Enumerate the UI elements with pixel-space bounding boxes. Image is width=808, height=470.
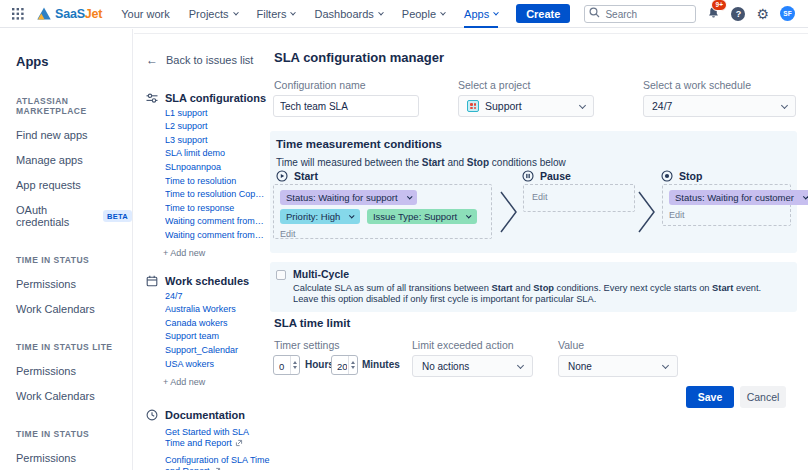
edit-start-conditions-link[interactable]: Edit — [280, 229, 485, 239]
timer-settings-label: Timer settings — [274, 339, 340, 351]
chevron-down-icon — [291, 9, 297, 15]
sla-config-link[interactable]: SLA limit demo — [165, 149, 265, 158]
flow-arrow-icon — [498, 189, 520, 235]
nav-item-projects[interactable]: Projects — [189, 0, 238, 28]
hours-input[interactable] — [274, 358, 289, 376]
work-schedule-link[interactable]: USA wokers — [165, 360, 265, 369]
project-select[interactable]: Support — [458, 95, 594, 117]
sla-config-link[interactable]: SLnpoannpoa — [165, 163, 265, 172]
work-schedule-link[interactable]: Australia Workers — [165, 305, 265, 314]
chevron-down-icon — [440, 9, 446, 15]
time-measurement-conditions-panel: Time measurement conditions Time will me… — [270, 131, 797, 253]
notifications-bell-icon[interactable]: 9+ — [707, 5, 720, 23]
condition-chip-issue-type[interactable]: Issue Type: Support — [367, 209, 477, 224]
sidebar-item-app-requests[interactable]: App requests — [16, 179, 132, 191]
documentation-header: Documentation — [146, 409, 270, 421]
sla-config-link[interactable]: Time to resolution — [165, 177, 265, 186]
cancel-button[interactable]: Cancel — [740, 386, 786, 408]
stepper-arrows[interactable] — [290, 356, 299, 374]
stop-condition-header: Stop — [661, 170, 702, 182]
configuration-name-input[interactable] — [273, 95, 419, 117]
work-schedule-select[interactable]: 24/7 — [643, 95, 796, 117]
condition-chip-status[interactable]: Status: Waiting for customer — [669, 190, 808, 205]
stepper-down-icon[interactable] — [351, 366, 355, 369]
chevron-down-icon — [466, 213, 471, 218]
sla-config-link[interactable]: Time to resolution Copy - 1 — [165, 190, 265, 199]
condition-chip-status[interactable]: Status: Waiting for support — [280, 190, 417, 205]
multi-cycle-checkbox[interactable] — [276, 270, 286, 280]
pause-conditions-box: Edit — [523, 184, 635, 212]
value-select[interactable]: None — [558, 355, 678, 377]
value-select-value: None — [568, 361, 592, 372]
create-button[interactable]: Create — [516, 4, 570, 23]
settings-gear-icon[interactable]: ⚙ — [756, 7, 769, 21]
minutes-input[interactable] — [332, 358, 347, 376]
sidebar-item-oauth-credentials[interactable]: OAuth credentials BETA — [16, 204, 132, 228]
sidebar-item-work-calendars[interactable]: Work Calendars — [16, 390, 132, 402]
nav-item-your-work[interactable]: Your work — [121, 0, 170, 28]
stepper-arrows[interactable] — [348, 356, 357, 374]
nav-item-apps[interactable]: Apps — [464, 0, 498, 28]
sla-config-link[interactable]: Waiting comment from Dev — [165, 217, 265, 226]
sidebar-item-permissions[interactable]: Permissions — [16, 278, 132, 290]
section-header-time-in-status-lite: TIME IN STATUS LITE — [16, 342, 132, 352]
add-new-sla-config-button[interactable]: + Add new — [163, 248, 270, 258]
sidebar-item-manage-apps[interactable]: Manage apps — [16, 154, 132, 166]
stepper-up-icon[interactable] — [293, 361, 297, 364]
chevron-down-icon — [517, 361, 524, 368]
nav-item-people[interactable]: People — [402, 0, 445, 28]
sla-config-link[interactable]: Time to response — [165, 204, 265, 213]
condition-chip-priority[interactable]: Priority: High — [280, 209, 360, 224]
minutes-stepper[interactable] — [331, 355, 358, 375]
section-header-time-in-status: TIME IN STATUS — [16, 429, 132, 439]
work-schedule-link[interactable]: Canada wokers — [165, 319, 265, 328]
hours-stepper[interactable] — [273, 355, 300, 375]
sidebar-item-permissions[interactable]: Permissions — [16, 452, 132, 464]
sidebar-item-permissions[interactable]: Permissions — [16, 365, 132, 377]
sla-config-link[interactable]: L3 support — [165, 136, 265, 145]
nav-item-filters[interactable]: Filters — [257, 0, 296, 28]
value-label: Value — [558, 339, 584, 351]
sla-configurations-list: L1 support L2 support L3 support SLA lim… — [165, 109, 270, 240]
edit-pause-conditions-link[interactable]: Edit — [532, 192, 626, 202]
project-select-value: Support — [485, 100, 522, 112]
edit-stop-conditions-link[interactable]: Edit — [669, 210, 784, 220]
notification-count-badge: 9+ — [711, 0, 727, 11]
multi-cycle-label: Multi-Cycle — [293, 268, 349, 280]
search-input[interactable] — [584, 5, 696, 23]
stepper-up-icon[interactable] — [351, 361, 355, 364]
saasjet-logo[interactable]: SaaSJet — [37, 7, 102, 21]
external-link-icon — [235, 439, 243, 447]
sla-config-link[interactable]: L2 support — [165, 122, 265, 131]
chevron-down-icon — [233, 9, 239, 15]
flow-arrow-icon — [636, 189, 658, 235]
doc-link-get-started[interactable]: Get Started with SLA Time and Report — [165, 427, 270, 449]
user-avatar[interactable]: SF — [780, 6, 795, 21]
sidebar-item-work-calendars[interactable]: Work Calendars — [16, 303, 132, 315]
stepper-down-icon[interactable] — [293, 366, 297, 369]
start-conditions-box: Status: Waiting for support Priority: Hi… — [273, 184, 492, 239]
top-navigation-bar: SaaSJet Your work Projects Filters Dashb… — [0, 0, 808, 28]
sla-config-link[interactable]: Waiting comment from Supp... — [165, 231, 265, 240]
sla-config-link[interactable]: L1 support — [165, 109, 265, 118]
sla-configurations-header: SLA configurations — [146, 92, 270, 104]
save-button[interactable]: Save — [686, 386, 734, 408]
sidebar-item-find-new-apps[interactable]: Find new apps — [16, 129, 132, 141]
add-new-work-schedule-button[interactable]: + Add new — [163, 377, 270, 387]
limit-exceeded-action-select[interactable]: No actions — [412, 355, 533, 377]
work-schedule-link[interactable]: Support team — [165, 332, 265, 341]
doc-link-configuration[interactable]: Configuration of SLA Time and Report — [165, 455, 270, 470]
pause-icon — [522, 170, 534, 182]
back-to-issues-link[interactable]: ← Back to issues list — [146, 54, 270, 66]
app-switcher-icon[interactable] — [12, 8, 24, 20]
page-title: SLA configuration manager — [274, 50, 444, 65]
nav-item-dashboards[interactable]: Dashboards — [314, 0, 382, 28]
beta-badge: BETA — [103, 210, 132, 222]
chevron-down-icon — [350, 213, 355, 218]
work-schedule-link[interactable]: Support_Calendar — [165, 346, 265, 355]
help-icon[interactable]: ? — [731, 7, 745, 21]
saasjet-logo-text: SaaSJet — [55, 7, 102, 21]
minutes-unit-label: Minutes — [362, 359, 400, 370]
work-schedule-link[interactable]: 24/7 — [165, 292, 265, 301]
back-arrow-icon: ← — [146, 55, 158, 65]
